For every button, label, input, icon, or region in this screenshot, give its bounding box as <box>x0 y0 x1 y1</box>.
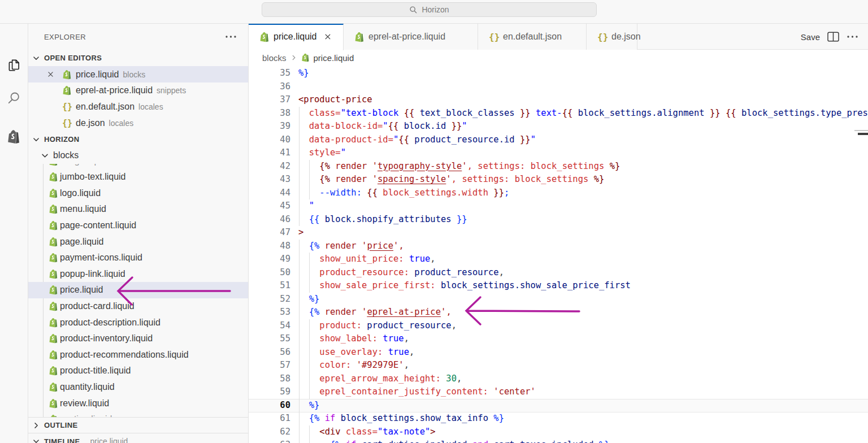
open-editor-folder: blocks <box>123 70 145 79</box>
code-line-53[interactable]: 53 {% render 'eprel-at-price', <box>249 306 868 319</box>
chevron-down-icon <box>41 151 49 160</box>
sidebar-title: EXPLORER <box>44 33 86 41</box>
tab-de.json[interactable]: {}de.json <box>587 24 637 50</box>
open-editor-item-en.default.json[interactable]: {}en.default.jsonlocales <box>28 98 249 115</box>
tab-label: price.liquid <box>274 32 316 42</box>
code-line-41[interactable]: 41 style=" <box>249 146 868 160</box>
tree-item-review.liquid[interactable]: review.liquid <box>28 395 249 411</box>
code-line-54[interactable]: 54 product: product_resource, <box>249 319 868 333</box>
section-header-project[interactable]: HORIZON <box>28 131 249 147</box>
line-number: 36 <box>249 80 290 94</box>
chevron-down-icon <box>32 437 41 443</box>
line-number: 55 <box>249 332 290 346</box>
code-line-45[interactable]: 45 " <box>249 199 868 213</box>
code-line-51[interactable]: 51 show_sale_price_first: block_settings… <box>249 279 868 293</box>
close-tab-button[interactable] <box>323 32 332 41</box>
code-line-44[interactable]: 44 --width: {{ block_settings.width }}; <box>249 186 868 200</box>
code-line-42[interactable]: 42 {% render 'typography-style', setting… <box>249 160 868 173</box>
code-line-60[interactable]: 60 %} <box>249 399 868 412</box>
line-number: 57 <box>249 359 290 372</box>
open-editor-item-de.json[interactable]: {}de.jsonlocales <box>28 115 249 131</box>
code-line-40[interactable]: 40 data-product-id="{{ product_resource.… <box>249 133 868 147</box>
more-actions-icon <box>225 35 237 38</box>
tree-item-menu.liquid[interactable]: menu.liquid <box>28 201 249 218</box>
liquid-file-icon <box>49 220 59 231</box>
liquid-file-icon <box>49 366 59 376</box>
search-icon <box>6 90 22 106</box>
line-number: 52 <box>249 293 290 306</box>
activity-bar-item-search[interactable] <box>0 84 28 112</box>
open-editor-item-eprel-at-price.liquid[interactable]: eprel-at-price.liquidsnippets <box>28 82 249 99</box>
code-line-50[interactable]: 50 product_resource: product_resource, <box>249 266 868 280</box>
close-icon <box>46 70 55 79</box>
code-line-58[interactable]: 58 eprel_arrow_max_height: 30, <box>249 372 868 386</box>
breadcrumb-file[interactable]: price.liquid <box>314 53 354 63</box>
tree-item-popup-link.liquid[interactable]: popup-link.liquid <box>28 266 249 282</box>
activity-bar-item-shopify[interactable] <box>0 123 28 151</box>
split-editor-button[interactable] <box>827 32 839 42</box>
code-line-59[interactable]: 59 eprel_container_justify_content: 'cen… <box>249 385 868 399</box>
chevron-right-icon <box>290 54 297 61</box>
liquid-file-icon <box>49 285 59 295</box>
code-line-55[interactable]: 55 show_label: true, <box>249 332 868 346</box>
open-editor-folder: locales <box>138 102 163 111</box>
tree-item-filename: price.liquid <box>60 285 103 295</box>
json-file-icon: {} <box>489 32 500 42</box>
tree-item-logo.liquid[interactable]: logo.liquid <box>28 185 249 201</box>
tab-en.default.json[interactable]: {}en.default.json <box>478 24 587 50</box>
code-line-56[interactable]: 56 use_overlay: true, <box>249 346 868 359</box>
code-line-36[interactable]: 36 <box>249 80 868 94</box>
tree-folder-blocks[interactable]: blocks <box>28 147 249 164</box>
code-line-35[interactable]: 35%} <box>249 67 868 80</box>
tree-item-product-inventory.liquid[interactable]: product-inventory.liquid <box>28 331 249 347</box>
tree-item-page-content.liquid[interactable]: page-content.liquid <box>28 217 249 233</box>
open-editor-filename: en.default.json <box>76 102 134 112</box>
json-file-icon: {} <box>62 102 72 112</box>
code-line-37[interactable]: 37<product-price <box>249 93 868 107</box>
editor-more-actions-button[interactable] <box>847 35 858 38</box>
code-line-46[interactable]: 46 {{ block.shopify_attributes }} <box>249 213 868 227</box>
code-line-63[interactable]: 63 {% if cart_duties_included and cart_t… <box>249 438 868 443</box>
tree-item-page.liquid[interactable]: page.liquid <box>28 233 249 250</box>
close-editor-button[interactable] <box>46 70 55 79</box>
open-editor-item-price.liquid[interactable]: price.liquidblocks <box>28 66 249 82</box>
tab-label: en.default.json <box>503 32 562 42</box>
code-line-52[interactable]: 52 %} <box>249 293 868 306</box>
activity-bar-item-explorer[interactable] <box>0 51 28 79</box>
tree-item-filename: popup-link.liquid <box>60 269 125 279</box>
code-line-38[interactable]: 38 class="text-block {{ text_block_class… <box>249 107 868 120</box>
section-header-timeline[interactable]: TIMELINEprice.liquid <box>28 433 249 443</box>
tree-item-payment-icons.liquid[interactable]: payment-icons.liquid <box>28 250 249 266</box>
tree-item-filename: product-card.liquid <box>60 301 134 311</box>
tree-item-quantity.liquid[interactable]: quantity.liquid <box>28 379 249 395</box>
tree-item-product-recommendations.liquid[interactable]: product-recommendations.liquid <box>28 346 249 363</box>
tree-item-product-card.liquid[interactable]: product-card.liquid <box>28 298 249 314</box>
explorer-more-actions-button[interactable] <box>225 31 237 41</box>
json-file-icon: {} <box>62 118 72 128</box>
overview-ruler-mark <box>854 130 868 131</box>
code-line-61[interactable]: 61 {% if block_settings.show_tax_info %} <box>249 412 868 425</box>
code-line-47[interactable]: 47> <box>249 226 868 240</box>
tree-item-filename: product-title.liquid <box>60 366 131 376</box>
tree-item-price.liquid[interactable]: price.liquid <box>28 282 249 298</box>
code-line-39[interactable]: 39 data-block-id="{{ block.id }}" <box>249 120 868 133</box>
code-line-43[interactable]: 43 {% render 'spacing-style', settings: … <box>249 173 868 186</box>
folder-name: blocks <box>53 150 79 160</box>
tree-item-product-description.liquid[interactable]: product-description.liquid <box>28 314 249 331</box>
chevron-right-icon <box>32 421 41 430</box>
section-header-open-editors[interactable]: OPEN EDITORS <box>28 50 249 66</box>
activity-bar <box>0 24 28 443</box>
section-header-outline[interactable]: OUTLINE <box>28 417 249 433</box>
code-line-57[interactable]: 57 color: '#92979E', <box>249 359 868 372</box>
code-line-48[interactable]: 48 {% render 'price', <box>249 240 868 253</box>
code-line-49[interactable]: 49 show_unit_price: true, <box>249 253 868 266</box>
save-button[interactable]: Save <box>801 32 820 42</box>
code-line-62[interactable]: 62 <div class="tax-note"> <box>249 425 868 439</box>
tree-item-jumbo-text.liquid[interactable]: jumbo-text.liquid <box>28 169 249 185</box>
tree-item-filename: page-content.liquid <box>60 220 136 231</box>
tab-price.liquid[interactable]: price.liquid <box>249 24 344 50</box>
command-center-search[interactable]: Horizon <box>262 2 597 17</box>
breadcrumb-folder[interactable]: blocks <box>262 53 287 63</box>
tab-eprel-at-price.liquid[interactable]: eprel-at-price.liquid <box>344 24 478 50</box>
tree-item-product-title.liquid[interactable]: product-title.liquid <box>28 363 249 379</box>
